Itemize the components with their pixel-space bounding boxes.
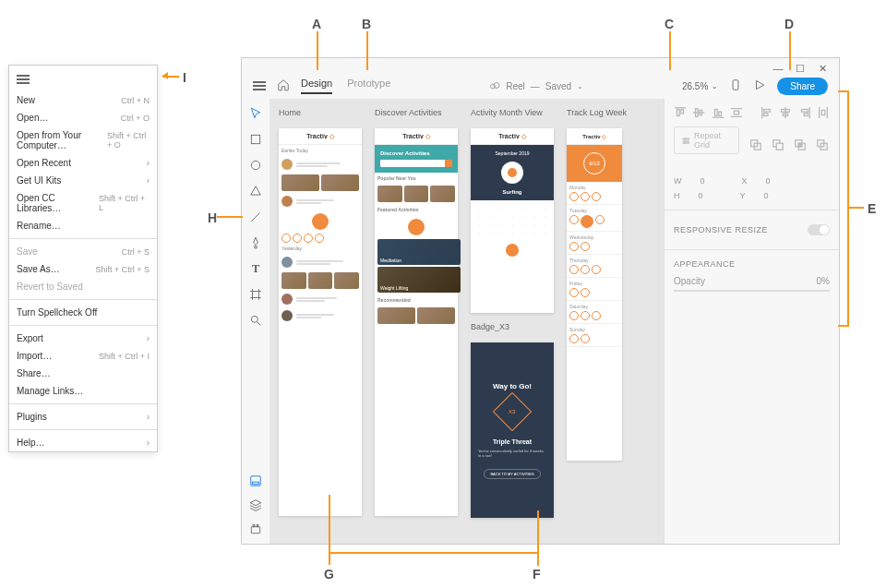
tool-plugins[interactable] — [248, 522, 263, 536]
svg-rect-45 — [821, 110, 825, 114]
mode-tabs: Design Prototype — [301, 78, 390, 94]
opacity-label: Opacity — [674, 276, 705, 286]
align-hcenter-icon[interactable] — [779, 106, 792, 119]
menu-item-share[interactable]: Share… — [9, 365, 157, 382]
menu-item-new[interactable]: NewCtrl + N — [9, 91, 157, 109]
tool-rectangle[interactable] — [248, 132, 263, 147]
property-inspector: ▦Repeat Grid W0X0 H0Y0 RESPONSIVE RESIZE… — [664, 99, 839, 544]
bool-subtract-icon[interactable] — [771, 138, 785, 151]
device-preview-icon[interactable] — [729, 78, 742, 93]
x-value[interactable]: 0 — [766, 176, 771, 186]
app-hamburger-icon[interactable] — [253, 79, 266, 93]
align-vcenter-icon[interactable] — [692, 106, 705, 119]
svg-rect-24 — [681, 110, 684, 114]
artboard-month[interactable]: Tractiv◇ September 2019 Surfing ······· … — [471, 128, 554, 313]
artboard-label-home[interactable]: Home — [279, 108, 362, 117]
svg-rect-49 — [776, 143, 783, 150]
svg-rect-6 — [253, 292, 259, 298]
menu-item-open[interactable]: Open…Ctrl + O — [9, 109, 157, 126]
bool-exclude-icon[interactable] — [815, 138, 830, 151]
responsive-resize-toggle[interactable] — [808, 224, 830, 235]
menu-hamburger-icon[interactable] — [9, 66, 157, 91]
height-value[interactable]: 0 — [699, 191, 703, 200]
label-h: H — [208, 210, 217, 225]
main-menu: NewCtrl + N Open…Ctrl + O Open from Your… — [8, 65, 158, 452]
menu-item-open-recent[interactable]: Open Recent› — [9, 154, 157, 172]
menu-item-manage-links[interactable]: Manage Links… — [9, 382, 157, 400]
svg-rect-33 — [734, 111, 738, 114]
y-value[interactable]: 0 — [764, 191, 769, 200]
svg-rect-19 — [251, 527, 259, 534]
artboard-label-tracklog[interactable]: Track Log Week — [567, 108, 627, 117]
svg-rect-3 — [251, 135, 259, 143]
align-right-icon[interactable] — [798, 106, 811, 119]
tab-prototype[interactable]: Prototype — [347, 78, 390, 94]
menu-item-spellcheck[interactable]: Turn Spellcheck Off — [9, 304, 157, 321]
tool-ellipse[interactable] — [248, 158, 263, 173]
svg-line-16 — [257, 322, 261, 326]
tool-zoom[interactable] — [248, 313, 263, 328]
artboard-label-discover[interactable]: Discover Activities — [375, 108, 458, 117]
menu-item-open-computer[interactable]: Open from Your Computer…Shift + Ctrl + O — [9, 126, 157, 154]
svg-rect-52 — [798, 143, 802, 147]
label-f: F — [533, 567, 541, 582]
label-a: A — [312, 17, 321, 31]
bool-add-icon[interactable] — [748, 138, 763, 151]
width-value[interactable]: 0 — [700, 176, 705, 186]
tool-pen[interactable] — [248, 235, 263, 250]
artboard-label-month[interactable]: Activity Month View — [471, 108, 554, 117]
label-b: B — [362, 17, 371, 31]
opacity-value[interactable]: 0% — [817, 276, 830, 286]
menu-item-rename[interactable]: Rename… — [9, 217, 157, 234]
canvas[interactable]: Home Tractiv◇ Earlier Today Yesterday — [269, 99, 664, 544]
artboard-home[interactable]: Tractiv◇ Earlier Today Yesterday — [279, 128, 362, 516]
artboard-discover[interactable]: Tractiv◇ Discover Activities Popular Nea… — [375, 128, 458, 516]
menu-item-plugins[interactable]: Plugins› — [9, 408, 157, 426]
menu-item-ui-kits[interactable]: Get UI Kits› — [9, 172, 157, 189]
menu-item-revert[interactable]: Revert to Saved — [9, 278, 157, 295]
svg-rect-23 — [677, 110, 680, 116]
menu-item-save-as[interactable]: Save As…Shift + Ctrl + S — [9, 260, 157, 278]
tab-design[interactable]: Design — [301, 78, 332, 94]
distribute-v-icon[interactable] — [730, 106, 743, 119]
menu-item-cc-libraries[interactable]: Open CC Libraries…Shift + Ctrl + L — [9, 189, 157, 217]
tool-select[interactable] — [248, 106, 263, 121]
label-g: G — [324, 567, 334, 582]
align-left-icon[interactable] — [760, 106, 773, 119]
svg-rect-21 — [257, 524, 258, 526]
play-icon[interactable] — [753, 78, 766, 93]
menu-item-help[interactable]: Help…› — [9, 434, 157, 451]
tool-artboard[interactable] — [248, 287, 263, 302]
label-e: E — [868, 201, 876, 216]
tool-layers[interactable] — [248, 498, 263, 512]
artboard-tracklog[interactable]: Tractiv◇ 6/12 Monday Tuesday Wednesday T… — [567, 128, 622, 461]
tool-text[interactable]: T — [248, 261, 263, 276]
zoom-control[interactable]: 26.5%⌄ — [682, 81, 718, 91]
svg-point-0 — [491, 84, 496, 89]
align-top-icon[interactable] — [674, 106, 687, 119]
opacity-slider[interactable] — [674, 290, 830, 292]
repeat-grid-button[interactable]: ▦Repeat Grid — [674, 126, 739, 154]
svg-rect-30 — [718, 112, 721, 115]
menu-item-save[interactable]: SaveCtrl + S — [9, 243, 157, 260]
tool-line[interactable] — [248, 210, 263, 224]
svg-rect-36 — [764, 114, 768, 116]
svg-rect-20 — [253, 524, 255, 526]
tool-polygon[interactable] — [248, 184, 263, 198]
svg-rect-29 — [714, 110, 717, 116]
document-status[interactable]: Reel—Saved⌄ — [390, 80, 682, 91]
tool-assets[interactable] — [248, 474, 263, 488]
menu-item-export[interactable]: Export› — [9, 330, 157, 347]
toolbar: T — [242, 99, 269, 544]
align-bottom-icon[interactable] — [711, 106, 724, 119]
svg-point-4 — [251, 161, 259, 169]
svg-rect-18 — [253, 482, 259, 484]
menu-item-import[interactable]: Import…Shift + Ctrl + I — [9, 347, 157, 365]
label-c: C — [664, 17, 674, 31]
bool-intersect-icon[interactable] — [793, 138, 808, 151]
artboard-badge[interactable]: Way to Go! X3 Triple Threat You've conse… — [471, 342, 554, 518]
share-button[interactable]: Share — [777, 78, 828, 95]
distribute-h-icon[interactable] — [817, 106, 830, 119]
home-icon[interactable] — [277, 78, 290, 93]
artboard-label-badge[interactable]: Badge_X3 — [471, 322, 554, 331]
